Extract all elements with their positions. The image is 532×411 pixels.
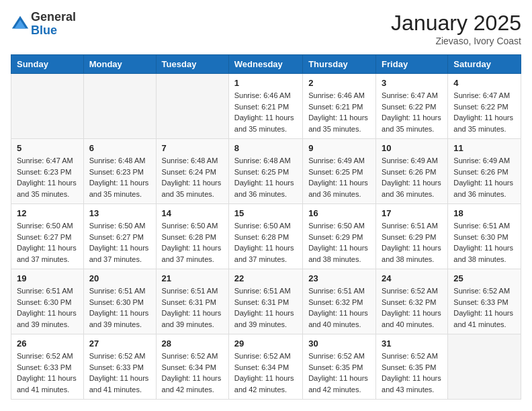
calendar-cell: 9Sunrise: 6:49 AMSunset: 6:25 PMDaylight… [303,139,376,204]
day-number: 9 [308,143,370,153]
calendar-week-row: 1Sunrise: 6:46 AMSunset: 6:21 PMDaylight… [11,74,521,139]
calendar-cell: 22Sunrise: 6:51 AMSunset: 6:31 PMDayligh… [228,269,302,334]
day-info: Sunrise: 6:51 AMSunset: 6:30 PMDaylight:… [89,285,150,330]
day-info: Sunrise: 6:52 AMSunset: 6:35 PMDaylight:… [382,351,442,395]
day-info: Sunrise: 6:48 AMSunset: 6:25 PMDaylight:… [234,155,297,199]
day-info: Sunrise: 6:52 AMSunset: 6:34 PMDaylight:… [234,351,297,395]
day-info: Sunrise: 6:50 AMSunset: 6:28 PMDaylight:… [162,220,223,265]
calendar-cell: 2Sunrise: 6:46 AMSunset: 6:21 PMDaylight… [303,74,376,139]
day-info: Sunrise: 6:49 AMSunset: 6:26 PMDaylight:… [453,155,515,199]
day-number: 1 [234,78,297,88]
weekday-header-friday: Friday [376,55,448,74]
day-number: 30 [308,338,370,349]
day-info: Sunrise: 6:48 AMSunset: 6:23 PMDaylight:… [89,155,150,199]
calendar-cell: 21Sunrise: 6:51 AMSunset: 6:31 PMDayligh… [156,269,228,334]
calendar-cell: 14Sunrise: 6:50 AMSunset: 6:28 PMDayligh… [156,204,228,269]
day-number: 15 [234,208,297,218]
calendar-week-row: 5Sunrise: 6:47 AMSunset: 6:23 PMDaylight… [11,139,521,204]
calendar-cell: 10Sunrise: 6:49 AMSunset: 6:26 PMDayligh… [376,139,448,204]
logo-general-text: General [31,10,76,24]
day-number: 12 [17,208,78,218]
day-info: Sunrise: 6:52 AMSunset: 6:33 PMDaylight:… [453,285,515,330]
day-info: Sunrise: 6:47 AMSunset: 6:23 PMDaylight:… [17,155,78,199]
day-info: Sunrise: 6:52 AMSunset: 6:33 PMDaylight:… [17,351,78,395]
logo-icon [11,15,30,34]
day-info: Sunrise: 6:52 AMSunset: 6:33 PMDaylight:… [89,351,150,395]
calendar-cell: 8Sunrise: 6:48 AMSunset: 6:25 PMDaylight… [228,139,302,204]
calendar-cell: 31Sunrise: 6:52 AMSunset: 6:35 PMDayligh… [376,334,448,400]
day-number: 17 [382,208,442,218]
day-info: Sunrise: 6:49 AMSunset: 6:26 PMDaylight:… [382,155,442,199]
calendar-cell: 27Sunrise: 6:52 AMSunset: 6:33 PMDayligh… [83,334,156,400]
calendar-cell: 7Sunrise: 6:48 AMSunset: 6:24 PMDaylight… [156,139,228,204]
calendar-cell: 15Sunrise: 6:50 AMSunset: 6:28 PMDayligh… [228,204,302,269]
calendar-cell [156,74,228,139]
day-info: Sunrise: 6:46 AMSunset: 6:21 PMDaylight:… [308,90,370,134]
day-number: 14 [162,208,223,218]
day-info: Sunrise: 6:47 AMSunset: 6:22 PMDaylight:… [382,90,442,134]
calendar-cell [11,74,84,139]
day-number: 19 [17,273,78,283]
day-number: 22 [234,273,297,283]
day-info: Sunrise: 6:51 AMSunset: 6:31 PMDaylight:… [234,285,297,330]
day-number: 2 [308,78,370,88]
day-number: 21 [162,273,223,283]
page-header: General Blue January 2025 Zievaso, Ivory… [11,11,521,46]
day-info: Sunrise: 6:51 AMSunset: 6:30 PMDaylight:… [17,285,78,330]
calendar-cell [448,334,521,400]
day-info: Sunrise: 6:50 AMSunset: 6:29 PMDaylight:… [308,220,370,265]
day-info: Sunrise: 6:48 AMSunset: 6:24 PMDaylight:… [162,155,223,199]
location: Zievaso, Ivory Coast [391,36,521,46]
day-info: Sunrise: 6:49 AMSunset: 6:25 PMDaylight:… [308,155,370,199]
day-info: Sunrise: 6:52 AMSunset: 6:34 PMDaylight:… [162,351,223,395]
day-number: 28 [162,338,223,349]
day-number: 25 [453,273,515,283]
day-info: Sunrise: 6:51 AMSunset: 6:29 PMDaylight:… [382,220,442,265]
day-number: 13 [89,208,150,218]
calendar-cell: 26Sunrise: 6:52 AMSunset: 6:33 PMDayligh… [11,334,84,400]
calendar-cell: 16Sunrise: 6:50 AMSunset: 6:29 PMDayligh… [303,204,376,269]
day-number: 23 [308,273,370,283]
calendar-cell: 30Sunrise: 6:52 AMSunset: 6:35 PMDayligh… [303,334,376,400]
day-number: 26 [17,338,78,349]
calendar-cell: 25Sunrise: 6:52 AMSunset: 6:33 PMDayligh… [448,269,521,334]
month-title: January 2025 [391,11,521,36]
logo-blue-text: Blue [31,24,57,37]
calendar-cell: 28Sunrise: 6:52 AMSunset: 6:34 PMDayligh… [156,334,228,400]
day-number: 11 [453,143,515,153]
day-info: Sunrise: 6:51 AMSunset: 6:30 PMDaylight:… [453,220,515,265]
day-number: 3 [382,78,442,88]
title-block: January 2025 Zievaso, Ivory Coast [391,11,521,46]
calendar-cell: 29Sunrise: 6:52 AMSunset: 6:34 PMDayligh… [228,334,302,400]
calendar-cell: 1Sunrise: 6:46 AMSunset: 6:21 PMDaylight… [228,74,302,139]
day-info: Sunrise: 6:51 AMSunset: 6:32 PMDaylight:… [308,285,370,330]
calendar-table: SundayMondayTuesdayWednesdayThursdayFrid… [11,54,521,400]
calendar-cell: 4Sunrise: 6:47 AMSunset: 6:22 PMDaylight… [448,74,521,139]
day-number: 10 [382,143,442,153]
day-number: 6 [89,143,150,153]
calendar-cell: 6Sunrise: 6:48 AMSunset: 6:23 PMDaylight… [83,139,156,204]
calendar-cell: 24Sunrise: 6:52 AMSunset: 6:32 PMDayligh… [376,269,448,334]
calendar-cell: 20Sunrise: 6:51 AMSunset: 6:30 PMDayligh… [83,269,156,334]
day-number: 20 [89,273,150,283]
weekday-header-sunday: Sunday [11,55,84,74]
day-number: 4 [453,78,515,88]
day-info: Sunrise: 6:51 AMSunset: 6:31 PMDaylight:… [162,285,223,330]
day-number: 5 [17,143,78,153]
calendar-cell: 19Sunrise: 6:51 AMSunset: 6:30 PMDayligh… [11,269,84,334]
calendar-week-row: 19Sunrise: 6:51 AMSunset: 6:30 PMDayligh… [11,269,521,334]
day-number: 8 [234,143,297,153]
day-number: 29 [234,338,297,349]
calendar-cell: 13Sunrise: 6:50 AMSunset: 6:27 PMDayligh… [83,204,156,269]
weekday-header-tuesday: Tuesday [156,55,228,74]
day-info: Sunrise: 6:50 AMSunset: 6:27 PMDaylight:… [17,220,78,265]
day-info: Sunrise: 6:46 AMSunset: 6:21 PMDaylight:… [234,90,297,134]
day-number: 27 [89,338,150,349]
calendar-cell: 3Sunrise: 6:47 AMSunset: 6:22 PMDaylight… [376,74,448,139]
day-number: 31 [382,338,442,349]
weekday-header-saturday: Saturday [448,55,521,74]
day-info: Sunrise: 6:52 AMSunset: 6:35 PMDaylight:… [308,351,370,395]
day-number: 18 [453,208,515,218]
day-number: 7 [162,143,223,153]
weekday-header-wednesday: Wednesday [228,55,302,74]
